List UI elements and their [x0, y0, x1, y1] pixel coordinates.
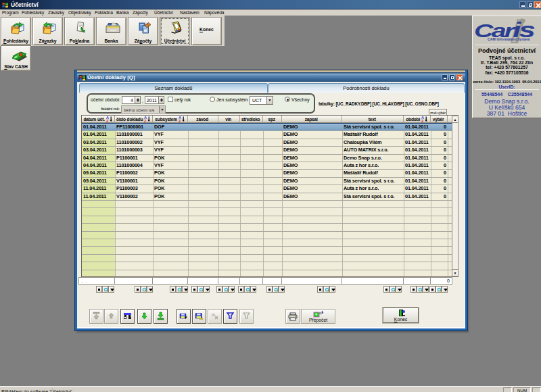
svg-text:CARI Information System: CARI Information System — [488, 37, 530, 41]
